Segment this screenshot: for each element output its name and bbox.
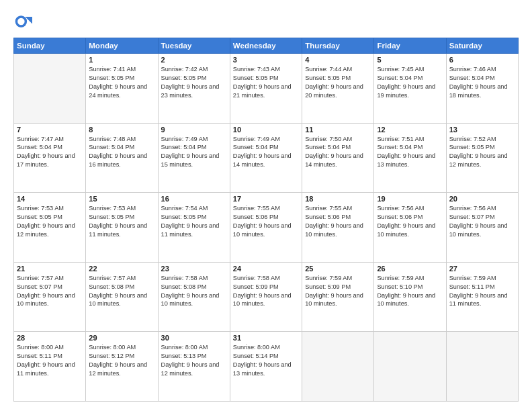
cell-info: Sunrise: 7:57 AMSunset: 5:07 PMDaylight:…: [17, 274, 83, 309]
cell-info: Sunrise: 8:00 AMSunset: 5:11 PMDaylight:…: [17, 343, 83, 378]
calendar-cell: 19Sunrise: 7:56 AMSunset: 5:06 PMDayligh…: [374, 193, 446, 263]
calendar-cell: 7Sunrise: 7:47 AMSunset: 5:04 PMDaylight…: [14, 123, 86, 193]
cell-info: Sunrise: 7:58 AMSunset: 5:09 PMDaylight:…: [233, 274, 299, 309]
day-number: 27: [449, 265, 515, 273]
day-number: 31: [233, 334, 299, 342]
cell-info: Sunrise: 7:50 AMSunset: 5:04 PMDaylight:…: [305, 135, 371, 170]
calendar-cell: [302, 332, 374, 402]
day-number: 23: [161, 265, 227, 273]
cell-info: Sunrise: 7:49 AMSunset: 5:04 PMDaylight:…: [233, 135, 299, 170]
cell-info: Sunrise: 7:51 AMSunset: 5:04 PMDaylight:…: [377, 135, 443, 170]
day-number: 22: [89, 265, 154, 273]
day-number: 9: [161, 126, 227, 134]
cell-info: Sunrise: 7:49 AMSunset: 5:04 PMDaylight:…: [161, 135, 227, 170]
day-number: 18: [305, 195, 371, 203]
cell-info: Sunrise: 7:52 AMSunset: 5:05 PMDaylight:…: [449, 135, 515, 170]
calendar-cell: 10Sunrise: 7:49 AMSunset: 5:04 PMDayligh…: [230, 123, 302, 193]
cell-info: Sunrise: 7:59 AMSunset: 5:09 PMDaylight:…: [305, 274, 371, 309]
day-number: 12: [377, 126, 443, 134]
calendar-cell: 2Sunrise: 7:42 AMSunset: 5:05 PMDaylight…: [158, 54, 230, 124]
day-number: 1: [89, 56, 154, 64]
calendar-cell: 23Sunrise: 7:58 AMSunset: 5:08 PMDayligh…: [158, 262, 230, 332]
day-number: 25: [305, 265, 371, 273]
day-number: 30: [161, 334, 227, 342]
weekday-header-thursday: Thursday: [302, 38, 374, 54]
day-number: 28: [17, 334, 83, 342]
calendar-cell: 12Sunrise: 7:51 AMSunset: 5:04 PMDayligh…: [374, 123, 446, 193]
calendar-cell: [14, 54, 86, 124]
cell-info: Sunrise: 7:47 AMSunset: 5:04 PMDaylight:…: [17, 135, 83, 170]
calendar-cell: [374, 332, 446, 402]
cell-info: Sunrise: 7:41 AMSunset: 5:05 PMDaylight:…: [89, 65, 154, 100]
day-number: 29: [89, 334, 154, 342]
calendar-cell: 25Sunrise: 7:59 AMSunset: 5:09 PMDayligh…: [302, 262, 374, 332]
day-number: 21: [17, 265, 83, 273]
calendar-cell: 1Sunrise: 7:41 AMSunset: 5:05 PMDaylight…: [86, 54, 158, 124]
calendar-cell: 28Sunrise: 8:00 AMSunset: 5:11 PMDayligh…: [14, 332, 86, 402]
day-number: 26: [377, 265, 443, 273]
cell-info: Sunrise: 7:53 AMSunset: 5:05 PMDaylight:…: [17, 204, 83, 239]
calendar-cell: 31Sunrise: 8:00 AMSunset: 5:14 PMDayligh…: [230, 332, 302, 402]
weekday-header-row: SundayMondayTuesdayWednesdayThursdayFrid…: [14, 38, 519, 54]
cell-info: Sunrise: 7:55 AMSunset: 5:06 PMDaylight:…: [305, 204, 371, 239]
week-row-0: 1Sunrise: 7:41 AMSunset: 5:05 PMDaylight…: [14, 54, 519, 124]
day-number: 8: [89, 126, 154, 134]
day-number: 14: [17, 195, 83, 203]
calendar-cell: 26Sunrise: 7:59 AMSunset: 5:10 PMDayligh…: [374, 262, 446, 332]
calendar-cell: 21Sunrise: 7:57 AMSunset: 5:07 PMDayligh…: [14, 262, 86, 332]
cell-info: Sunrise: 7:53 AMSunset: 5:05 PMDaylight:…: [89, 204, 154, 239]
page: SundayMondayTuesdayWednesdayThursdayFrid…: [0, 0, 532, 411]
cell-info: Sunrise: 7:55 AMSunset: 5:06 PMDaylight:…: [233, 204, 299, 239]
cell-info: Sunrise: 7:42 AMSunset: 5:05 PMDaylight:…: [161, 65, 227, 100]
calendar-cell: 29Sunrise: 8:00 AMSunset: 5:12 PMDayligh…: [86, 332, 158, 402]
calendar-cell: 20Sunrise: 7:56 AMSunset: 5:07 PMDayligh…: [446, 193, 518, 263]
calendar-cell: 22Sunrise: 7:57 AMSunset: 5:08 PMDayligh…: [86, 262, 158, 332]
cell-info: Sunrise: 7:54 AMSunset: 5:05 PMDaylight:…: [161, 204, 227, 239]
day-number: 13: [449, 126, 515, 134]
day-number: 11: [305, 126, 371, 134]
calendar-cell: 18Sunrise: 7:55 AMSunset: 5:06 PMDayligh…: [302, 193, 374, 263]
weekday-header-monday: Monday: [86, 38, 158, 54]
calendar-cell: 17Sunrise: 7:55 AMSunset: 5:06 PMDayligh…: [230, 193, 302, 263]
calendar-cell: 30Sunrise: 8:00 AMSunset: 5:13 PMDayligh…: [158, 332, 230, 402]
cell-info: Sunrise: 8:00 AMSunset: 5:12 PMDaylight:…: [89, 343, 154, 378]
day-number: 4: [305, 56, 371, 64]
week-row-3: 21Sunrise: 7:57 AMSunset: 5:07 PMDayligh…: [14, 262, 519, 332]
day-number: 10: [233, 126, 299, 134]
cell-info: Sunrise: 7:43 AMSunset: 5:05 PMDaylight:…: [233, 65, 299, 100]
cell-info: Sunrise: 7:46 AMSunset: 5:04 PMDaylight:…: [449, 65, 515, 100]
calendar-cell: 24Sunrise: 7:58 AMSunset: 5:09 PMDayligh…: [230, 262, 302, 332]
calendar-cell: 11Sunrise: 7:50 AMSunset: 5:04 PMDayligh…: [302, 123, 374, 193]
cell-info: Sunrise: 8:00 AMSunset: 5:14 PMDaylight:…: [233, 343, 299, 378]
calendar-table: SundayMondayTuesdayWednesdayThursdayFrid…: [13, 38, 519, 402]
cell-info: Sunrise: 7:44 AMSunset: 5:05 PMDaylight:…: [305, 65, 371, 100]
calendar-cell: 3Sunrise: 7:43 AMSunset: 5:05 PMDaylight…: [230, 54, 302, 124]
day-number: 20: [449, 195, 515, 203]
weekday-header-saturday: Saturday: [446, 38, 518, 54]
day-number: 6: [449, 56, 515, 64]
calendar-cell: 9Sunrise: 7:49 AMSunset: 5:04 PMDaylight…: [158, 123, 230, 193]
cell-info: Sunrise: 8:00 AMSunset: 5:13 PMDaylight:…: [161, 343, 227, 378]
logo-icon: [13, 12, 32, 31]
cell-info: Sunrise: 7:56 AMSunset: 5:06 PMDaylight:…: [377, 204, 443, 239]
calendar-cell: 8Sunrise: 7:48 AMSunset: 5:04 PMDaylight…: [86, 123, 158, 193]
day-number: 16: [161, 195, 227, 203]
svg-point-1: [17, 18, 25, 26]
day-number: 2: [161, 56, 227, 64]
day-number: 3: [233, 56, 299, 64]
day-number: 17: [233, 195, 299, 203]
cell-info: Sunrise: 7:45 AMSunset: 5:04 PMDaylight:…: [377, 65, 443, 100]
calendar-cell: 6Sunrise: 7:46 AMSunset: 5:04 PMDaylight…: [446, 54, 518, 124]
weekday-header-tuesday: Tuesday: [158, 38, 230, 54]
calendar-cell: 27Sunrise: 7:59 AMSunset: 5:11 PMDayligh…: [446, 262, 518, 332]
day-number: 19: [377, 195, 443, 203]
day-number: 15: [89, 195, 154, 203]
weekday-header-wednesday: Wednesday: [230, 38, 302, 54]
day-number: 7: [17, 126, 83, 134]
day-number: 24: [233, 265, 299, 273]
header: [13, 12, 519, 31]
calendar-cell: 4Sunrise: 7:44 AMSunset: 5:05 PMDaylight…: [302, 54, 374, 124]
cell-info: Sunrise: 7:48 AMSunset: 5:04 PMDaylight:…: [89, 135, 154, 170]
calendar-cell: [446, 332, 518, 402]
cell-info: Sunrise: 7:58 AMSunset: 5:08 PMDaylight:…: [161, 274, 227, 309]
